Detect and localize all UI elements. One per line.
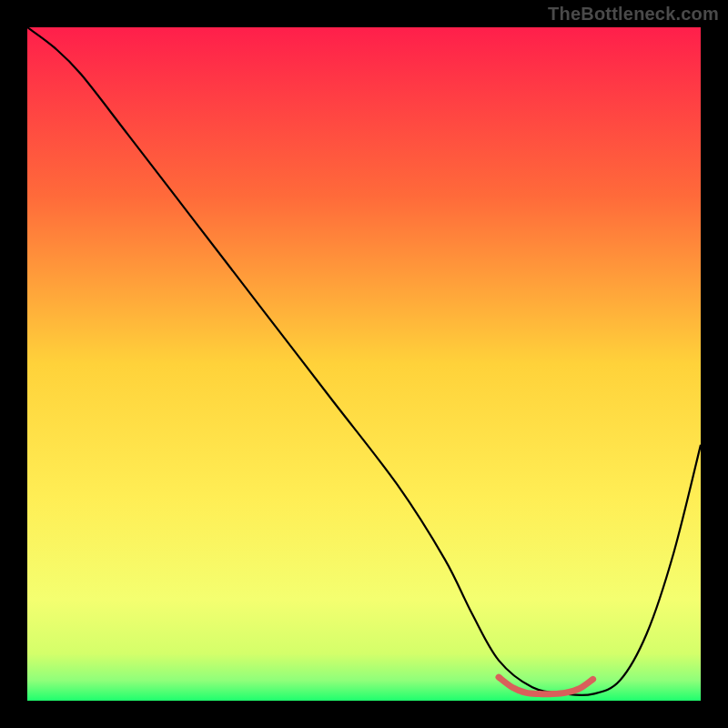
chart-svg [27, 27, 701, 701]
chart-container: TheBottleneck.com [0, 0, 728, 728]
watermark-text: TheBottleneck.com [548, 4, 719, 25]
plot-area [27, 27, 701, 701]
gradient-background [27, 27, 701, 701]
